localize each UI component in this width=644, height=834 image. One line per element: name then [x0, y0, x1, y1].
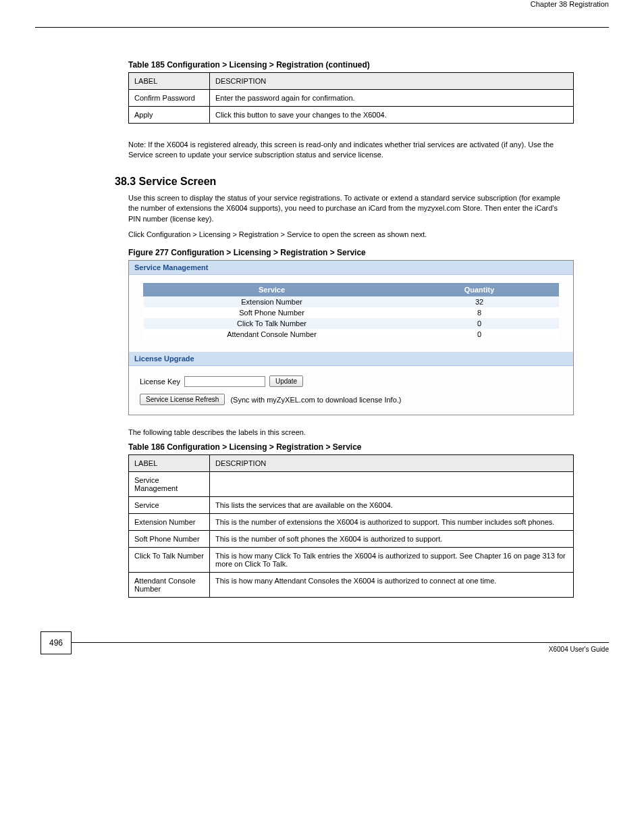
- table-186-head-label: LABEL: [129, 454, 210, 471]
- cell-desc: This is the number of soft phones the X6…: [210, 530, 574, 547]
- svc-name: Soft Phone Number: [144, 307, 400, 318]
- cell-label: Apply: [129, 107, 210, 124]
- footer-guide: X6004 User's Guide: [549, 646, 609, 653]
- cell-label: Service Management: [129, 471, 210, 496]
- service-screenshot: Service Management Service Quantity Exte…: [128, 260, 574, 415]
- table-row: Soft Phone Number This is the number of …: [129, 530, 574, 547]
- license-key-label: License Key: [140, 377, 180, 386]
- svc-name: Attendant Console Number: [144, 329, 400, 340]
- cell-label: Click To Talk Number: [129, 547, 210, 572]
- cell-desc: This is how many Attendant Consoles the …: [210, 572, 574, 597]
- panel-service-management: Service Management: [129, 261, 573, 275]
- note-paragraph: Note: If the X6004 is registered already…: [128, 140, 568, 161]
- table-row: Attendant Console Number This is how man…: [129, 572, 574, 597]
- figure-caption: Figure 277 Configuration > Licensing > R…: [128, 248, 568, 257]
- cell-desc: Enter the password again for confirmatio…: [210, 90, 574, 107]
- service-table: Service Quantity Extension Number 32 Sof…: [143, 283, 559, 340]
- page-number: 496: [41, 631, 72, 654]
- chapter-header: Chapter 38 Registration: [0, 0, 609, 8]
- table-row: Apply Click this button to save your cha…: [129, 107, 574, 124]
- svc-qty: 32: [400, 296, 559, 308]
- table-186: LABEL DESCRIPTION Service Management Ser…: [128, 454, 574, 598]
- svc-row: Extension Number 32: [144, 296, 559, 308]
- panel-license-upgrade: License Upgrade: [129, 352, 573, 366]
- cell-label: Confirm Password: [129, 90, 210, 107]
- table-185-caption: Table 185 Configuration > Licensing > Re…: [128, 60, 568, 70]
- service-license-refresh-button[interactable]: Service License Refresh: [140, 394, 225, 405]
- cell-desc: This is how many Click To Talk entries t…: [210, 547, 574, 572]
- table-row: Click To Talk Number This is how many Cl…: [129, 547, 574, 572]
- page-footer: 496 X6004 User's Guide: [41, 631, 644, 654]
- svc-qty: 8: [400, 307, 559, 318]
- table-row: Service This lists the services that are…: [129, 496, 574, 513]
- cell-desc: This lists the services that are availab…: [210, 496, 574, 513]
- table-row: Extension Number This is the number of e…: [129, 513, 574, 530]
- svc-qty: 0: [400, 318, 559, 329]
- svc-row: Click To Talk Number 0: [144, 318, 559, 329]
- table-186-caption: Table 186 Configuration > Licensing > Re…: [128, 442, 568, 452]
- table-186-head-desc: DESCRIPTION: [210, 454, 574, 471]
- table-row: Confirm Password Enter the password agai…: [129, 90, 574, 107]
- cell-desc: Click this button to save your changes t…: [210, 107, 574, 124]
- table-row: Service Management: [129, 471, 574, 496]
- svc-head-quantity: Quantity: [400, 284, 559, 296]
- update-button[interactable]: Update: [269, 375, 303, 387]
- svc-name: Extension Number: [144, 296, 400, 308]
- refresh-note: (Sync with myZyXEL.com to download licen…: [230, 396, 401, 404]
- cell-label: Service: [129, 496, 210, 513]
- section-text-1: Use this screen to display the status of…: [128, 193, 568, 224]
- section-text-2: Click Configuration > Licensing > Regist…: [128, 230, 568, 240]
- cell-label: Extension Number: [129, 513, 210, 530]
- svc-row: Attendant Console Number 0: [144, 329, 559, 340]
- license-key-input[interactable]: [184, 376, 265, 387]
- cell-desc: This is the number of extensions the X60…: [210, 513, 574, 530]
- cell-desc: [210, 471, 574, 496]
- section-heading: 38.3 Service Screen: [115, 176, 568, 188]
- svc-head-service: Service: [144, 284, 400, 296]
- cell-label: Attendant Console Number: [129, 572, 210, 597]
- table-185: LABEL DESCRIPTION Confirm Password Enter…: [128, 72, 574, 124]
- table-185-head-label: LABEL: [129, 73, 210, 90]
- svc-name: Click To Talk Number: [144, 318, 400, 329]
- svc-qty: 0: [400, 329, 559, 340]
- svc-row: Soft Phone Number 8: [144, 307, 559, 318]
- table-185-head-desc: DESCRIPTION: [210, 73, 574, 90]
- cell-label: Soft Phone Number: [129, 530, 210, 547]
- table-186-intro: The following table describes the labels…: [128, 427, 568, 438]
